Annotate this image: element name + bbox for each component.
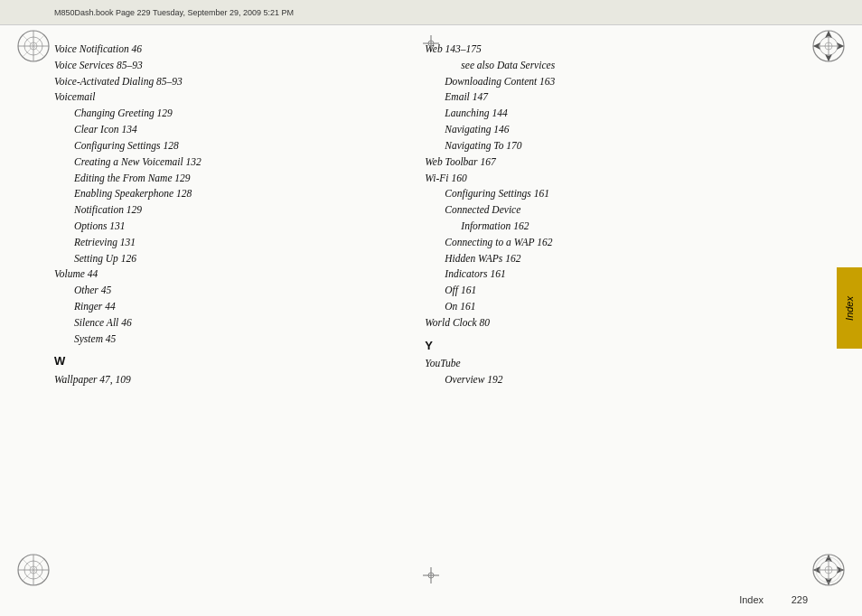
index-entry-sub: Off 161	[425, 283, 808, 299]
page: M850Dash.book Page 229 Tuesday, Septembe…	[0, 0, 862, 616]
index-entry-main: Web Toolbar 167	[425, 154, 808, 171]
index-entry-main: Voicemail	[54, 89, 398, 106]
left-column: Voice Notification 46Voice Services 85–9…	[54, 42, 416, 556]
index-entry-sub: Downloading Content 163	[425, 74, 808, 90]
index-entry-sub: Configuring Settings 161	[425, 186, 808, 202]
index-entry-sub: Navigating 146	[425, 122, 808, 138]
index-entry-sub: Enabling Speakerphone 128	[54, 186, 398, 202]
index-entry-sub: Retrieving 131	[54, 235, 398, 251]
index-entry-sub: Connected Device	[425, 202, 808, 219]
index-entry-main: World Clock 80	[425, 315, 808, 331]
section-letter: W	[54, 352, 398, 370]
index-entry-sub: Setting Up 126	[54, 251, 398, 267]
index-entry-sub: Overview 192	[425, 372, 808, 388]
index-entry-sub: Navigating To 170	[425, 138, 808, 154]
header-bar: M850Dash.book Page 229 Tuesday, Septembe…	[0, 0, 862, 25]
section-letter: Y	[425, 337, 808, 355]
index-entry-sub: Other 45	[54, 283, 398, 299]
index-entry-sub: Editing the From Name 129	[54, 171, 398, 187]
index-entry-sub: Connecting to a WAP 162	[425, 235, 808, 251]
index-entry-sub: Changing Greeting 129	[54, 106, 398, 122]
index-entry-sub: Email 147	[425, 89, 808, 106]
index-entry-main: Wallpaper 47, 109	[54, 372, 398, 388]
index-entry-sub: Notification 129	[54, 202, 398, 219]
index-entry-main: YouTube	[425, 356, 808, 372]
index-entry-main: Wi-Fi 160	[425, 171, 808, 187]
index-entry-sub: Clear Icon 134	[54, 122, 398, 138]
main-content: Voice Notification 46Voice Services 85–9…	[0, 25, 862, 583]
index-entry-main: Volume 44	[54, 266, 398, 283]
index-entry-main: Voice-Activated Dialing 85–93	[54, 74, 398, 90]
index-entry-main: Voice Notification 46	[54, 42, 398, 58]
index-entry-sub: Indicators 161	[425, 266, 808, 283]
footer-page-number: 229	[792, 594, 808, 605]
index-entry-sub: Ringer 44	[54, 299, 398, 315]
index-entry-subsub: Information 162	[425, 219, 808, 235]
index-entry-sub: Hidden WAPs 162	[425, 251, 808, 267]
header-text: M850Dash.book Page 229 Tuesday, Septembe…	[54, 8, 294, 17]
index-entry-subsub: see also Data Services	[425, 58, 808, 74]
footer-index-label: Index	[739, 594, 764, 605]
index-entry-main: Web 143–175	[425, 42, 808, 58]
index-entry-sub: Silence All 46	[54, 315, 398, 331]
index-entry-sub: Options 131	[54, 219, 398, 235]
footer-label: Index 229	[739, 594, 808, 605]
index-entry-sub: Configuring Settings 128	[54, 138, 398, 154]
index-entry-main: Voice Services 85–93	[54, 58, 398, 74]
index-entry-sub: On 161	[425, 299, 808, 315]
index-entry-sub: Launching 144	[425, 106, 808, 122]
index-entry-sub: Creating a New Voicemail 132	[54, 154, 398, 171]
bottom-center-cross	[422, 566, 440, 589]
right-column: Web 143–175see also Data ServicesDownloa…	[416, 42, 808, 556]
index-entry-sub: System 45	[54, 331, 398, 348]
